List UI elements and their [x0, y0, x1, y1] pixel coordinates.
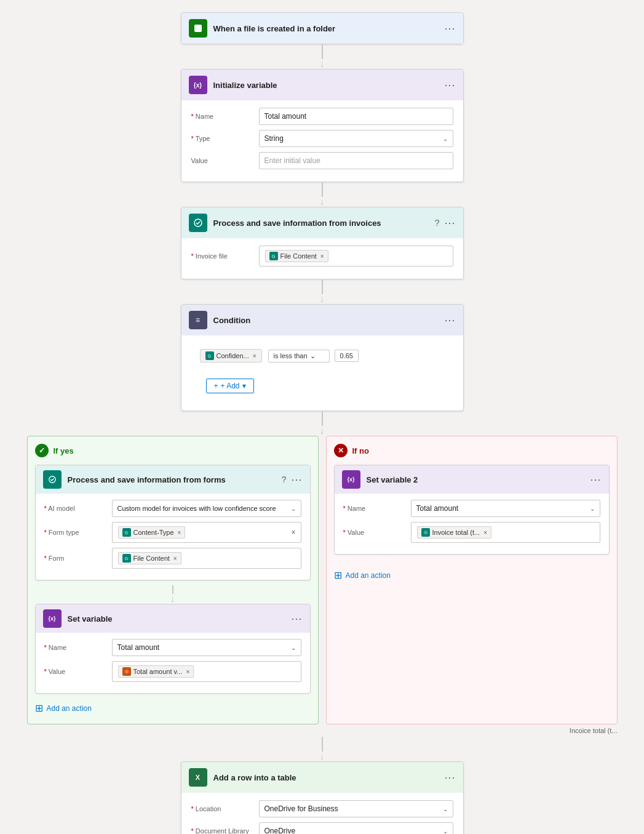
field-ai-model-input[interactable]: Custom model for invoices with low confi…	[112, 500, 301, 517]
field-set-value-input[interactable]: ◎ Total amount v... ×	[112, 661, 301, 682]
step-init-more[interactable]: ···	[444, 79, 455, 92]
field-name-row: Name Total amount	[191, 108, 453, 125]
invoice-total-token-remove[interactable]: ×	[483, 529, 487, 536]
file-content-token-2: G File Content ×	[118, 552, 181, 564]
field-set-name-input[interactable]: Total amount ⌄	[112, 639, 301, 656]
condition-operator-arrow: ⌄	[310, 352, 316, 360]
plus-icon: +	[214, 382, 218, 390]
total-amount-token: ◎ Total amount v... ×	[118, 665, 194, 678]
field-form-type-input[interactable]: G Content-Type × ×	[112, 522, 301, 543]
arrow-line-2	[322, 182, 323, 197]
step-process-forms-title: Process and save information from forms	[68, 475, 282, 484]
field-value-label: Value	[191, 157, 259, 164]
field-value-input[interactable]: Enter initial value	[259, 152, 453, 169]
branch-no-label: If no	[352, 446, 369, 455]
set2-name-arrow: ⌄	[590, 505, 595, 512]
field-set2-name-value: Total amount	[416, 504, 459, 513]
step-process-invoices-help[interactable]: ?	[435, 218, 440, 228]
step-set-variable-more[interactable]: ···	[291, 612, 302, 625]
step-process-invoices-more[interactable]: ···	[444, 217, 455, 230]
invoice-total-token: ◎ Invoice total (t... ×	[417, 526, 492, 539]
doc-library-arrow: ⌄	[443, 828, 448, 835]
step-set-variable-2: {x} Set variable 2 ··· Name Total amount…	[334, 465, 610, 555]
branch-yes-add-action[interactable]: ⊞ Add an action	[35, 700, 311, 716]
total-amount-token-remove[interactable]: ×	[186, 668, 189, 675]
step-set-variable-title: Set variable	[68, 614, 292, 623]
process-forms-icon	[43, 470, 62, 489]
field-set-name-value: Total amount	[117, 643, 160, 652]
condition-value[interactable]: 0.65	[335, 350, 359, 362]
step-add-row-more[interactable]: ···	[444, 771, 455, 784]
confidence-chip-remove[interactable]: ×	[253, 353, 256, 359]
step-process-forms-more[interactable]: ···	[291, 473, 302, 486]
arrow-head-2: ↓	[320, 197, 325, 207]
field-ai-model-label: AI model	[44, 505, 112, 512]
file-content-token-2-text: File Content	[133, 555, 170, 562]
field-doc-library-value: OneDrive	[264, 827, 296, 834]
branch-yes-arrow-head: ↓	[170, 594, 175, 604]
arrow-line-5	[322, 737, 323, 752]
flow-container: S When a file is created in a folder ···…	[12, 12, 632, 834]
field-value-placeholder: Enter initial value	[264, 156, 320, 165]
field-invoice-file-label: Invoice file	[191, 252, 259, 260]
step-process-forms: Process and save information from forms …	[35, 465, 311, 580]
content-type-remove[interactable]: ×	[178, 529, 181, 536]
field-set2-name-label: Name	[343, 505, 411, 512]
field-ai-model-value: Custom model for invoices with low confi…	[117, 505, 276, 512]
invoice-total-token-icon: ◎	[421, 528, 430, 537]
confidence-chip: G Confiden... ×	[200, 349, 262, 363]
field-form-input[interactable]: G File Content ×	[112, 548, 301, 569]
field-name-input[interactable]: Total amount	[259, 108, 453, 125]
arrow-line-4	[322, 411, 323, 426]
step-condition-more[interactable]: ···	[444, 314, 455, 327]
svg-text:S: S	[196, 26, 200, 31]
step-trigger-header: S When a file is created in a folder ···	[181, 13, 463, 44]
arrow-4: ↓	[320, 411, 325, 436]
branches-container: ✓ If yes Process and save information fr…	[27, 436, 618, 724]
field-invoice-file-input[interactable]: G File Content ×	[259, 246, 453, 267]
field-doc-library-input[interactable]: OneDrive ⌄	[259, 822, 453, 834]
add-dropdown-icon: ▾	[242, 382, 246, 390]
step-add-row-title: Add a row into a table	[213, 773, 445, 782]
invoice-total-token-text: Invoice total (t...	[432, 529, 480, 536]
field-set2-value-input[interactable]: ◎ Invoice total (t... ×	[411, 522, 600, 543]
step-set-variable-body: Name Total amount ⌄ Value ◎ Total amount…	[36, 633, 310, 693]
step-add-row-body: Location OneDrive for Business ⌄ Documen…	[181, 793, 463, 834]
arrow-head-4: ↓	[320, 426, 325, 436]
step-condition: ≡ Condition ··· G Confiden... × is less …	[181, 304, 464, 411]
step-set-variable-2-more[interactable]: ···	[590, 473, 601, 486]
file-content-token: G File Content ×	[265, 250, 328, 262]
field-location-input[interactable]: OneDrive for Business ⌄	[259, 800, 453, 817]
step-process-forms-help[interactable]: ?	[282, 475, 287, 484]
step-set-variable: {x} Set variable ··· Name Total amount ⌄…	[35, 604, 311, 694]
condition-value-text: 0.65	[340, 352, 353, 359]
invoice-total-tooltip: Incoice total (t...	[27, 724, 618, 737]
field-ai-model-row: AI model Custom model for invoices with …	[44, 500, 301, 517]
add-row-icon: X	[189, 768, 207, 787]
file-content-token-remove[interactable]: ×	[320, 253, 324, 260]
branch-no-add-action[interactable]: ⊞ Add an action	[334, 567, 610, 583]
init-icon: {x}	[189, 76, 207, 94]
step-init-title: Initialize variable	[213, 81, 445, 90]
step-trigger-more[interactable]: ···	[444, 22, 455, 35]
step-init-body: Name Total amount Type String ⌄ Value En…	[181, 100, 463, 182]
field-set2-name-input[interactable]: Total amount ⌄	[411, 500, 600, 517]
field-type-label: Type	[191, 135, 259, 142]
invoice-total-tooltip-text: Incoice total (t...	[570, 727, 618, 734]
field-form-type-label: Form type	[44, 529, 112, 536]
step-set-variable-2-title: Set variable 2	[367, 475, 590, 484]
step-process-forms-header: Process and save information from forms …	[36, 465, 310, 494]
field-invoice-file-row: Invoice file G File Content ×	[191, 246, 453, 267]
step-add-row: X Add a row into a table ··· Location On…	[181, 761, 464, 834]
step-init-variable: {x} Initialize variable ··· Name Total a…	[181, 69, 464, 182]
field-location-value: OneDrive for Business	[264, 804, 338, 813]
condition-operator[interactable]: is less than ⌄	[268, 350, 330, 363]
field-type-input[interactable]: String ⌄	[259, 130, 453, 147]
arrow-5: ↓	[320, 737, 325, 761]
file-content-token-2-remove[interactable]: ×	[173, 555, 177, 562]
branch-yes-header: ✓ If yes	[35, 444, 311, 457]
condition-operator-text: is less than	[274, 352, 308, 359]
form-type-clear[interactable]: ×	[291, 528, 295, 537]
arrow-3: ↓	[320, 279, 325, 304]
add-condition-button[interactable]: + + Add ▾	[206, 379, 254, 393]
